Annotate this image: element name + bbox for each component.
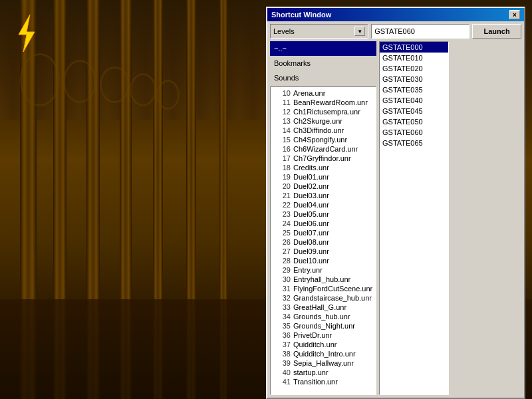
file-item[interactable]: 24Duel06.unr xyxy=(272,219,374,228)
file-list: 10Arena.unr11BeanRewardRoom.unr12Ch1Rict… xyxy=(271,87,376,388)
file-item[interactable]: 18Credits.unr xyxy=(272,163,374,172)
gstate-list-item[interactable]: GSTATE010 xyxy=(380,53,448,63)
gstate-list-item[interactable]: GSTATE020 xyxy=(380,63,448,74)
main-area: ~..~ Bookmarks Sounds 10Arena.unr11BeanR… xyxy=(270,41,521,395)
file-item[interactable]: 27Duel09.unr xyxy=(272,247,374,256)
file-item[interactable]: 29Entry.unr xyxy=(272,265,374,275)
gstate-dropdown-panel: GSTATE000GSTATE010GSTATE020GSTATE030GSTA… xyxy=(379,41,449,395)
lightning-icon xyxy=(13,13,40,53)
file-item[interactable]: 19Duel01.unr xyxy=(272,172,374,182)
gstate-list-item[interactable]: GSTATE065 xyxy=(380,138,448,148)
shortcut-window: Shortcut Window × Levels ▼ Launch ~..~ B… xyxy=(266,7,525,399)
file-item[interactable]: 17Ch7Gryffindor.unr xyxy=(272,154,374,163)
file-item[interactable]: 12Ch1Rictusempra.unr xyxy=(272,107,374,116)
file-item[interactable]: 20Duel02.unr xyxy=(272,182,374,191)
window-content: Levels ▼ Launch ~..~ Bookmarks Sounds xyxy=(267,21,524,398)
gstate-list-item[interactable]: GSTATE000 xyxy=(380,42,448,53)
file-item[interactable]: 11BeanRewardRoom.unr xyxy=(272,98,374,107)
gstate-list-item[interactable]: GSTATE050 xyxy=(380,116,448,127)
file-item[interactable]: 15Ch4Spongify.unr xyxy=(272,135,374,144)
file-item[interactable]: 16Ch6WizardCard.unr xyxy=(272,144,374,154)
left-panel-item-bookmarks[interactable]: Bookmarks xyxy=(270,56,376,70)
levels-dropdown[interactable]: Levels ▼ xyxy=(270,24,368,39)
file-item[interactable]: 30Entryhall_hub.unr xyxy=(272,275,374,284)
gstate-list[interactable]: GSTATE000GSTATE010GSTATE020GSTATE030GSTA… xyxy=(379,41,449,395)
file-item[interactable]: 25Duel07.unr xyxy=(272,228,374,237)
window-titlebar: Shortcut Window × xyxy=(267,8,524,21)
file-item[interactable]: 14Ch3Diffindo.unr xyxy=(272,126,374,135)
file-list-container[interactable]: 10Arena.unr11BeanRewardRoom.unr12Ch1Rict… xyxy=(270,86,376,395)
file-item[interactable]: 32Grandstaircase_hub.unr xyxy=(272,293,374,303)
file-item[interactable]: 35Grounds_Night.unr xyxy=(272,321,374,331)
file-item[interactable]: 36PrivetDr.unr xyxy=(272,331,374,340)
top-row: Levels ▼ Launch xyxy=(270,24,521,39)
svg-marker-0 xyxy=(19,15,35,52)
file-item[interactable]: 26Duel08.unr xyxy=(272,237,374,247)
gstate-list-item[interactable]: GSTATE040 xyxy=(380,95,448,106)
left-panel-item-back[interactable]: ~..~ xyxy=(270,41,376,56)
gstate-list-item[interactable]: GSTATE045 xyxy=(380,106,448,116)
file-item[interactable]: 34Grounds_hub.unr xyxy=(272,312,374,321)
file-item[interactable]: 39Sepia_Hallway.unr xyxy=(272,358,374,368)
levels-dropdown-arrow[interactable]: ▼ xyxy=(354,27,365,36)
file-item[interactable]: 22Duel04.unr xyxy=(272,200,374,209)
file-item[interactable]: 28Duel10.unr xyxy=(272,256,374,265)
gstate-list-item[interactable]: GSTATE030 xyxy=(380,74,448,84)
gstate-input[interactable] xyxy=(371,24,469,39)
window-title: Shortcut Window xyxy=(271,11,331,19)
file-item[interactable]: 37Quidditch.unr xyxy=(272,340,374,349)
file-item[interactable]: 23Duel05.unr xyxy=(272,209,374,219)
left-panel: ~..~ Bookmarks Sounds 10Arena.unr11BeanR… xyxy=(270,41,376,395)
file-item[interactable]: 41Transition.unr xyxy=(272,377,374,386)
file-item[interactable]: 40startup.unr xyxy=(272,368,374,377)
gstate-list-item[interactable]: GSTATE060 xyxy=(380,127,448,138)
left-panel-item-sounds[interactable]: Sounds xyxy=(270,70,376,85)
file-item[interactable]: 38Quidditch_Intro.unr xyxy=(272,349,374,358)
file-item[interactable]: 31FlyingFordCutScene.unr xyxy=(272,284,374,293)
launch-button[interactable]: Launch xyxy=(472,24,521,39)
file-item[interactable]: 33GreatHall_G.unr xyxy=(272,303,374,312)
file-item[interactable]: 21Duel03.unr xyxy=(272,191,374,200)
file-item[interactable]: 10Arena.unr xyxy=(272,88,374,98)
close-button[interactable]: × xyxy=(509,10,520,19)
file-item[interactable]: 13Ch2Skurge.unr xyxy=(272,116,374,126)
gstate-list-item[interactable]: GSTATE035 xyxy=(380,84,448,95)
